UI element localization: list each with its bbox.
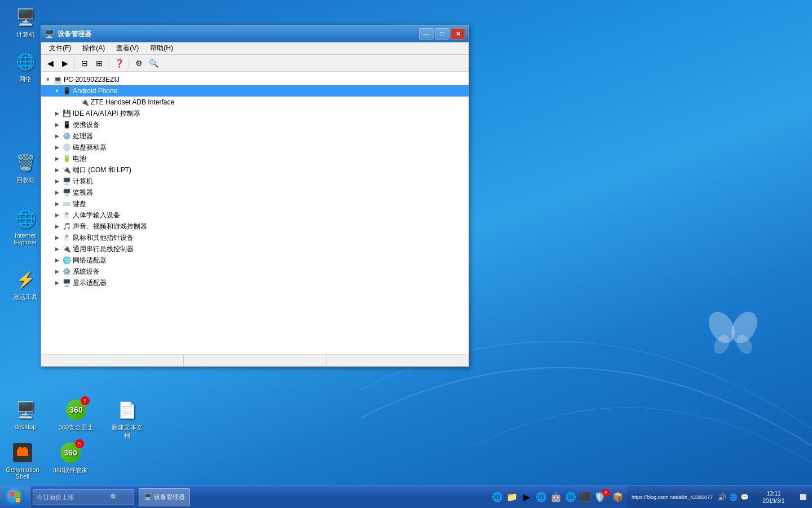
desktop-icon-360[interactable]: 360 5 360安全卫士 <box>56 398 96 440</box>
menu-help[interactable]: 帮助(H) <box>144 42 179 54</box>
desktop-folder-icon: 🖥️ <box>14 398 37 421</box>
minimize-button[interactable]: — <box>419 28 434 40</box>
tree-item-hid[interactable]: ▶ 🖱️ 人体学输入设备 <box>41 209 469 221</box>
view-btn2[interactable]: ⊞ <box>92 56 106 70</box>
show-desktop-button[interactable]: ⬜ <box>798 493 807 502</box>
portable-expander[interactable]: ▶ <box>52 120 61 129</box>
extra-btn2[interactable]: 🔍 <box>147 56 160 70</box>
android-expander[interactable]: ▼ <box>52 86 61 95</box>
desktop-icon-cleantools[interactable]: ⚡ 激活工具 <box>6 268 45 301</box>
disk-expander[interactable]: ▶ <box>52 143 61 152</box>
sound-label: 声音、视频和游戏控制器 <box>73 222 147 231</box>
tree-item-mouse[interactable]: ▶ 🖱️ 鼠标和其他指针设备 <box>41 232 469 243</box>
device-tree[interactable]: ▼ 💻 PC-20190223EZIJ ▼ 📱 Android Phone 🔌 … <box>41 72 469 354</box>
zte-expander[interactable] <box>70 98 80 107</box>
desktop-icon-desktop[interactable]: 🖥️ desktop <box>6 398 45 440</box>
mouse-expander[interactable]: ▶ <box>52 233 61 242</box>
desktop-icons-bottom-row1: 🖥️ desktop 360 5 360安全卫士 📄 新建文本文档 <box>6 398 147 440</box>
maximize-button[interactable]: □ <box>435 28 449 40</box>
tree-item-android-phone[interactable]: ▼ 📱 Android Phone <box>41 85 469 97</box>
search-input[interactable] <box>37 494 110 501</box>
svg-point-3 <box>734 332 756 356</box>
tree-item-system[interactable]: ▶ ⚙️ 系统设备 <box>41 266 469 277</box>
window-controls: — □ ✕ <box>419 28 465 40</box>
extra-btn1[interactable]: ⚙ <box>132 56 145 70</box>
system-clock[interactable]: 13:11 2019/3/1 <box>751 490 796 505</box>
desktop-icon-network[interactable]: 🌐 网络 <box>6 50 45 84</box>
desktop-icon-genymotion[interactable]: GenymotionShell <box>3 441 42 480</box>
tree-item-ide[interactable]: ▶ 💾 IDE ATA/ATAPI 控制器 <box>41 108 469 119</box>
tree-item-port[interactable]: ▶ 🔌 端口 (COM 和 LPT) <box>41 164 469 176</box>
system-expander[interactable]: ▶ <box>52 267 61 276</box>
desktop-icon-computer[interactable]: 🖥️ 计算机 <box>6 6 45 39</box>
sound-expander[interactable]: ▶ <box>52 222 61 231</box>
start-button[interactable] <box>0 486 30 509</box>
cpu-label: 处理器 <box>73 132 93 141</box>
forward-button[interactable]: ▶ <box>58 56 72 70</box>
menu-file[interactable]: 文件(F) <box>43 42 77 54</box>
svg-rect-4 <box>10 492 15 497</box>
mouse-icon: 🖱️ <box>61 233 72 242</box>
tree-item-network[interactable]: ▶ 🌐 网络适配器 <box>41 255 469 266</box>
taskbar-search[interactable]: 🔍 <box>33 489 134 505</box>
taskbar-ie2-icon[interactable]: 🌐 <box>535 491 548 504</box>
tree-item-battery[interactable]: ▶ 🔋 电池 <box>41 153 469 164</box>
taskbar-ie-icon[interactable]: 🌐 <box>491 491 504 504</box>
keyboard-expander[interactable]: ▶ <box>52 199 61 208</box>
monitor-expander[interactable]: ▶ <box>52 188 61 197</box>
tray-network-icon[interactable]: 🌐 <box>729 493 738 502</box>
tray-msg-icon[interactable]: 💬 <box>740 493 749 502</box>
view-btn1[interactable]: ⊟ <box>78 56 91 70</box>
pc-expander[interactable]: ▼ <box>43 75 52 84</box>
battery-expander[interactable]: ▶ <box>52 154 61 163</box>
taskbar-folder-icon[interactable]: 📁 <box>505 491 519 504</box>
display-icon: 🖥️ <box>61 278 72 287</box>
360-icon: 360 5 <box>65 398 87 421</box>
tree-item-pc[interactable]: ▼ 💻 PC-20190223EZIJ <box>41 74 469 85</box>
ide-label: IDE ATA/ATAPI 控制器 <box>73 109 140 119</box>
battery-icon: 🔋 <box>61 154 72 163</box>
close-button[interactable]: ✕ <box>451 28 465 40</box>
display-expander[interactable]: ▶ <box>52 278 61 287</box>
port-expander[interactable]: ▶ <box>52 165 61 174</box>
desktop-icon-360home[interactable]: 360 5 360软件管家 <box>51 441 90 480</box>
ide-expander[interactable]: ▶ <box>52 109 61 118</box>
desktop-icon-ie[interactable]: 🌐 Internet Explorer <box>6 207 45 246</box>
tree-item-sound[interactable]: ▶ 🎵 声音、视频和游戏控制器 <box>41 221 469 232</box>
tree-item-cpu[interactable]: ▶ ⚙️ 处理器 <box>41 130 469 142</box>
taskbar: 🔍 🖥️ 设备管理器 🌐 📁 ▶ 🌐 🤖 🌐 ⬛ 🛡️ 5 📦 https://… <box>0 485 812 508</box>
tree-item-keyboard[interactable]: ▶ ⌨️ 键盘 <box>41 198 469 209</box>
tree-item-computer[interactable]: ▶ 🖥️ 计算机 <box>41 176 469 187</box>
cpu-expander[interactable]: ▶ <box>52 132 61 141</box>
taskbar-app-device-mgr[interactable]: 🖥️ 设备管理器 <box>139 488 190 506</box>
computer-expander[interactable]: ▶ <box>52 177 61 186</box>
menu-view[interactable]: 查看(V) <box>111 42 144 54</box>
pc-label: PC-20190223EZIJ <box>64 76 120 84</box>
search-icon: 🔍 <box>110 493 118 501</box>
hid-expander[interactable]: ▶ <box>52 211 61 220</box>
keyboard-label: 键盘 <box>73 199 86 209</box>
help-btn[interactable]: ❓ <box>112 56 126 70</box>
network-expander[interactable]: ▶ <box>52 256 61 265</box>
desktop-icon-recycle[interactable]: 🗑️ 回收站 <box>6 151 45 185</box>
monitor-label: 监视器 <box>73 188 93 198</box>
tray-sound-icon[interactable]: 🔊 <box>717 493 726 502</box>
taskbar-winrar-icon[interactable]: 📦 <box>611 491 625 504</box>
tree-item-zte[interactable]: 🔌 ZTE Handset ADB Interface <box>41 97 469 108</box>
menu-action[interactable]: 操作(A) <box>77 42 111 54</box>
tree-item-disk[interactable]: ▶ 💿 磁盘驱动器 <box>41 142 469 153</box>
toolbar-sep-2 <box>109 58 109 69</box>
taskbar-media-icon[interactable]: ▶ <box>520 491 533 504</box>
tree-item-display[interactable]: ▶ 🖥️ 显示适配器 <box>41 277 469 288</box>
tree-item-usb[interactable]: ▶ 🔌 通用串行总线控制器 <box>41 243 469 255</box>
taskbar-genymotion-icon[interactable]: ⬛ <box>579 491 592 504</box>
usb-expander[interactable]: ▶ <box>52 244 61 253</box>
genymotion-label: GenymotionShell <box>6 466 39 480</box>
desktop-icon-newtext[interactable]: 📄 新建文本文档 <box>107 398 147 440</box>
tree-item-monitor[interactable]: ▶ 🖥️ 监视器 <box>41 187 469 198</box>
taskbar-ie3-icon[interactable]: 🌐 <box>564 491 577 504</box>
back-button[interactable]: ◀ <box>43 56 57 70</box>
taskbar-android-icon[interactable]: 🤖 <box>549 491 563 504</box>
window-title-icon: 🖥️ <box>45 29 54 38</box>
tree-item-portable[interactable]: ▶ 📱 便携设备 <box>41 119 469 130</box>
